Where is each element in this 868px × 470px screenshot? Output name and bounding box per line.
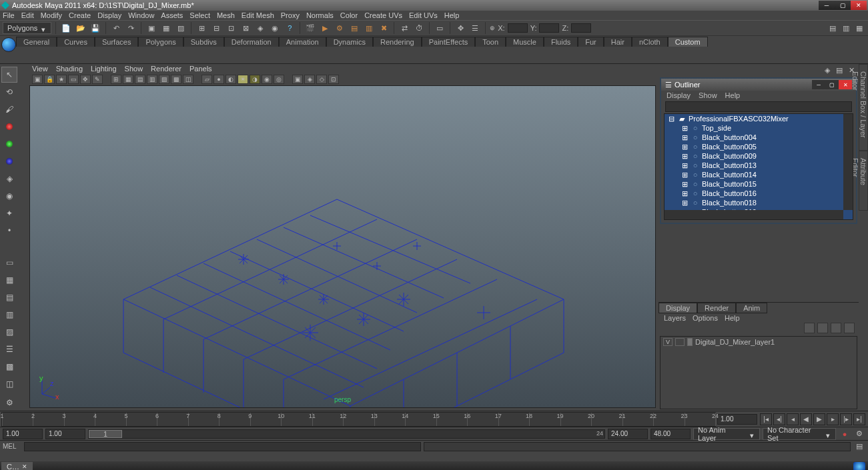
channel-box-toggle-icon[interactable]: ▦ (853, 22, 865, 34)
save-scene-icon[interactable]: 💾 (89, 22, 101, 34)
shelf-tab-ncloth[interactable]: nCloth (632, 37, 668, 47)
menu-edit[interactable]: Edit (21, 11, 34, 19)
move-tool[interactable] (1, 119, 17, 135)
vp-film-gate-icon[interactable]: ▦ (123, 75, 133, 84)
shelf-tab-animation[interactable]: Animation (279, 37, 326, 47)
menu-create-uvs[interactable]: Create UVs (364, 11, 402, 19)
ipr-render-icon[interactable]: ▶ (319, 22, 331, 34)
help-icon[interactable]: ? (284, 22, 296, 34)
outliner-item[interactable]: ⊞○Black_button005 (665, 142, 853, 151)
persp-graph-layout[interactable]: ▩ (1, 359, 17, 375)
shelf-tab-deformation[interactable]: Deformation (224, 37, 279, 47)
shelf-tab-hair[interactable]: Hair (604, 37, 632, 47)
lasso-tool[interactable]: ⟲ (1, 84, 17, 100)
menu-display[interactable]: Display (97, 11, 121, 19)
vp-2d-pan-icon[interactable]: ✥ (80, 75, 91, 84)
shelf-tab-subdivs[interactable]: Subdivs (183, 37, 224, 47)
vp-gate-mask-icon[interactable]: ▥ (147, 75, 157, 84)
layer-menu-options[interactable]: Options (693, 314, 718, 322)
input-output-icon[interactable]: ⇄ (398, 22, 410, 34)
layer-tab-render[interactable]: Render (697, 303, 736, 313)
layer-display-type-toggle[interactable] (675, 338, 685, 346)
range-slider[interactable]: 1 24 (88, 429, 605, 439)
render-icon[interactable]: 🎬 (304, 22, 316, 34)
go-end-button[interactable]: ▸| (853, 413, 865, 425)
layer-new-selected-icon[interactable] (844, 323, 855, 333)
vp-menu-show[interactable]: Show (125, 65, 143, 73)
auto-keyframe-toggle[interactable]: ● (839, 428, 851, 440)
time-slider[interactable]: 123456789101112131415161718192021222324 (1, 412, 716, 427)
shelf-tab-rendering[interactable]: Rendering (373, 37, 422, 47)
soft-mod-tool[interactable]: ◉ (1, 188, 17, 204)
vp-lock-camera-icon[interactable]: 🔒 (44, 75, 55, 84)
outliner-minimize-button[interactable]: ─ (812, 80, 825, 89)
shelf-tab-polygons[interactable]: Polygons (138, 37, 183, 47)
layer-tab-anim[interactable]: Anim (736, 303, 767, 313)
menu-file[interactable]: File (3, 11, 15, 19)
go-start-button[interactable]: |◂ (760, 413, 772, 425)
vp-field-chart-icon[interactable]: ▨ (159, 75, 169, 84)
shelf-tab-muscle[interactable]: Muscle (506, 37, 544, 47)
vp-menu-panels[interactable]: Panels (189, 65, 212, 73)
vp-xray-icon[interactable]: ◈ (304, 75, 315, 84)
layer-visibility-toggle[interactable]: V (663, 338, 673, 346)
scale-tool[interactable] (1, 153, 17, 169)
menu-proxy[interactable]: Proxy (281, 11, 300, 19)
outliner-item[interactable]: ⊞○Black_button004 (665, 133, 853, 142)
character-set-dropdown[interactable]: No Character Set▾ (763, 428, 836, 440)
outliner-item[interactable]: ⊞○Black_button014 (665, 170, 853, 179)
two-pane-v-layout[interactable]: ▥ (1, 307, 17, 323)
vp-ao-icon[interactable]: ◎ (274, 75, 284, 84)
step-forward-keyed-button[interactable]: |▸ (840, 413, 852, 425)
outliner-menu-help[interactable]: Help (725, 91, 741, 99)
viewport-canvas[interactable]: y x z persp (29, 85, 656, 408)
playback-end-field[interactable]: 24.00 (608, 429, 648, 439)
tool-settings-toggle-icon[interactable]: ▥ (840, 22, 852, 34)
quick-layout-icon[interactable]: ▭ (434, 22, 446, 34)
single-pane-layout[interactable]: ▭ (1, 255, 17, 271)
outliner-item[interactable]: ⊞○Black_button013 (665, 161, 853, 170)
anim-layer-dropdown[interactable]: No Anim Layer▾ (693, 428, 760, 440)
shelf-tab-general[interactable]: General (16, 37, 57, 47)
shelf-tab-curves[interactable]: Curves (57, 37, 95, 47)
outliner-root[interactable]: ⊟▰ProfessionalFBXASC032Mixer (665, 114, 853, 123)
snap-live-icon[interactable]: ◈ (254, 22, 266, 34)
shelf-tab-toon[interactable]: Toon (475, 37, 506, 47)
script-editor-icon[interactable]: ▤ (853, 441, 865, 453)
shelf-tab-dynamics[interactable]: Dynamics (326, 37, 373, 47)
vp-menu-view[interactable]: View (32, 65, 48, 73)
outliner-layout[interactable]: ☰ (1, 341, 17, 357)
open-scene-icon[interactable]: 📂 (75, 22, 87, 34)
step-forward-button[interactable]: ▸ (827, 413, 839, 425)
menu-modify[interactable]: Modify (41, 11, 62, 19)
playback-start-field[interactable]: 1.00 (45, 429, 85, 439)
z-coord-input[interactable] (571, 23, 591, 33)
show-manip-tool[interactable]: ✦ (1, 205, 17, 221)
shelf-tab-fur[interactable]: Fur (578, 37, 604, 47)
tool-settings-icon[interactable]: ⚙ (1, 395, 17, 411)
close-button[interactable]: ✕ (851, 1, 867, 10)
vp-smooth-shade-icon[interactable]: ● (213, 75, 224, 84)
anim-start-field[interactable]: 1.00 (3, 429, 43, 439)
layer-color-swatch[interactable] (687, 338, 693, 346)
vp-isolate-icon[interactable]: ▣ (292, 75, 303, 84)
vp-menu-lighting[interactable]: Lighting (91, 65, 117, 73)
x-coord-input[interactable] (508, 23, 528, 33)
menu-help[interactable]: Help (444, 11, 460, 19)
play-forward-button[interactable]: ▶ (813, 413, 825, 425)
show-manip-icon[interactable]: ✥ (454, 22, 466, 34)
render-globals-icon[interactable]: ⚙ (334, 22, 346, 34)
universal-manip-tool[interactable]: ◈ (1, 171, 17, 187)
layer-move-down-icon[interactable] (817, 323, 828, 333)
outliner-item[interactable]: ⊞○Black_button016 (665, 189, 853, 198)
range-thumb[interactable]: 1 (89, 430, 122, 438)
vp-res-gate-icon[interactable]: ▤ (135, 75, 145, 84)
outliner-item[interactable]: ⊞○Top_side (665, 123, 853, 133)
right-col-toggle1-icon[interactable]: ◈ (823, 65, 832, 75)
undo-icon[interactable]: ↶ (110, 22, 122, 34)
hypershade-layout[interactable]: ◫ (1, 376, 17, 392)
menu-window[interactable]: Window (128, 11, 154, 19)
two-pane-h-layout[interactable]: ▤ (1, 289, 17, 305)
snap-point-icon[interactable]: ⊡ (225, 22, 237, 34)
vp-menu-shading[interactable]: Shading (56, 65, 83, 73)
